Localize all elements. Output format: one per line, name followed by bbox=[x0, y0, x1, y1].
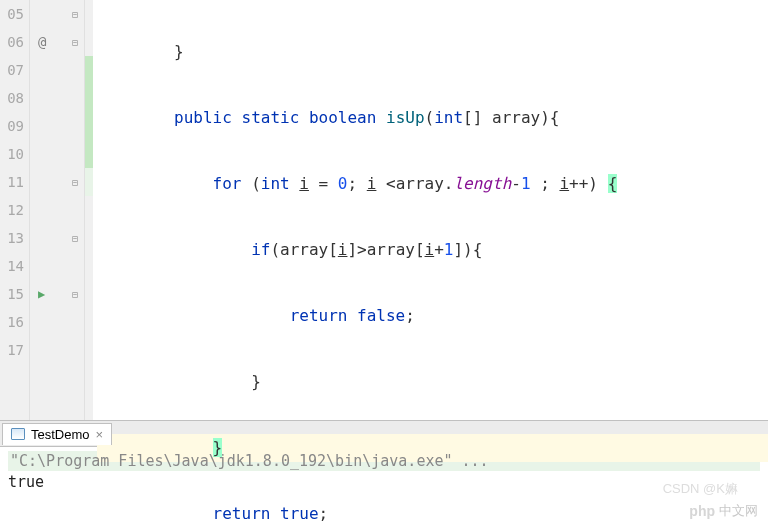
code-line: public static boolean isUp(int[] array){ bbox=[97, 104, 768, 132]
override-marker-icon[interactable]: @ bbox=[38, 34, 46, 50]
fold-icon[interactable]: ⊟ bbox=[69, 177, 81, 188]
run-config-icon bbox=[11, 428, 25, 440]
code-line: return false; bbox=[97, 302, 768, 330]
gutter-markers: ⊟ @⊟ ⊟ ⊟ ▶⊟ bbox=[30, 0, 85, 420]
fold-icon[interactable]: ⊟ bbox=[69, 37, 81, 48]
line-number: 11 bbox=[0, 168, 24, 196]
line-number: 14 bbox=[0, 252, 24, 280]
code-editor[interactable]: 05 06 07 08 09 10 11 12 13 14 15 16 17 ⊟… bbox=[0, 0, 768, 420]
line-number: 06 bbox=[0, 28, 24, 56]
line-number-gutter: 05 06 07 08 09 10 11 12 13 14 15 16 17 bbox=[0, 0, 30, 420]
code-area[interactable]: } public static boolean isUp(int[] array… bbox=[93, 0, 768, 420]
code-line: for (int i = 0; i <array.length-1 ; i++)… bbox=[97, 170, 768, 198]
close-tab-icon[interactable]: × bbox=[96, 427, 104, 442]
line-number: 17 bbox=[0, 336, 24, 364]
code-line: if(array[i]>array[i+1]){ bbox=[97, 236, 768, 264]
line-number: 08 bbox=[0, 84, 24, 112]
fold-icon[interactable]: ⊟ bbox=[69, 289, 81, 300]
line-number: 07 bbox=[0, 56, 24, 84]
line-number: 05 bbox=[0, 0, 24, 28]
line-number: 16 bbox=[0, 308, 24, 336]
line-number: 15 bbox=[0, 280, 24, 308]
vcs-change-bar bbox=[85, 0, 93, 420]
run-tab[interactable]: TestDemo × bbox=[2, 423, 112, 445]
run-gutter-icon[interactable]: ▶ bbox=[38, 287, 45, 301]
csdn-watermark: CSDN @K嫲 bbox=[663, 480, 738, 498]
line-number: 13 bbox=[0, 224, 24, 252]
code-line: return true; bbox=[97, 500, 768, 526]
fold-icon[interactable]: ⊟ bbox=[69, 233, 81, 244]
fold-icon[interactable]: ⊟ bbox=[69, 9, 81, 20]
code-line: } bbox=[97, 368, 768, 396]
php-watermark: php 中文网 bbox=[689, 502, 758, 520]
line-number: 12 bbox=[0, 196, 24, 224]
line-number: 10 bbox=[0, 140, 24, 168]
run-tab-label: TestDemo bbox=[31, 427, 90, 442]
line-number: 09 bbox=[0, 112, 24, 140]
code-line: } bbox=[97, 38, 768, 66]
